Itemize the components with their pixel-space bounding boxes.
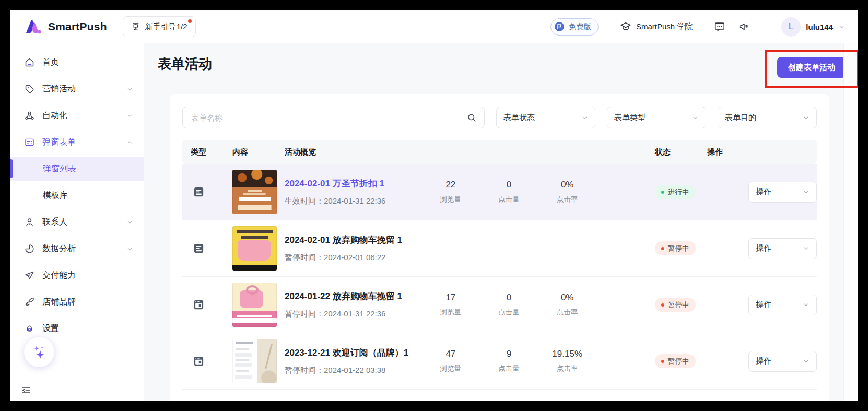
campaign-stats: 47 浏览量 9 点击量 19.15% 点击率 <box>421 349 596 373</box>
chevron-down-icon <box>803 358 810 365</box>
user-menu[interactable]: L lulu144 <box>781 17 845 37</box>
scrollbar[interactable] <box>843 43 858 401</box>
academy-link[interactable]: SmartPush 学院 <box>620 21 693 32</box>
embed-type-icon <box>191 299 232 311</box>
sidebar-nav: 首页营销活动自动化弹窗表单弹窗列表模板库联系人数据分析交付能力店铺品牌设置 <box>10 50 144 340</box>
form-type-select[interactable]: 表单类型 <box>607 107 706 128</box>
filter-bar: 表单状态 表单类型 表单目的 <box>182 107 817 128</box>
chevron-down-icon <box>692 114 699 121</box>
ai-assistant-button[interactable] <box>24 337 54 367</box>
content-card: 表单状态 表单类型 表单目的 类型 内容 活动概览 状态 操作 <box>170 94 829 401</box>
stat-ctr: 19.15% 点击率 <box>538 349 596 373</box>
col-overview: 活动概览 <box>285 147 655 157</box>
col-action: 操作 <box>707 147 817 157</box>
stat-clicks: 0 点击量 <box>480 180 538 204</box>
sidebar-item-popup-forms[interactable]: 弹窗表单 <box>10 130 144 154</box>
search-box[interactable] <box>182 107 485 128</box>
stat-clicks: 0 点击量 <box>480 292 538 317</box>
top-header: SmartPush 新手引导1/2 免费版 <box>10 10 858 43</box>
brand-name: SmartPush <box>48 20 107 33</box>
chevron-down-icon <box>803 245 810 252</box>
sidebar-item-settings[interactable]: 设置 <box>10 316 144 340</box>
send-icon <box>24 270 35 281</box>
campaign-thumbnail[interactable] <box>232 283 277 327</box>
chevron-down-icon <box>803 189 810 195</box>
action-cell: 操作 <box>707 351 817 372</box>
status-cell: 暂停中 <box>655 298 707 312</box>
chevron-down-icon <box>126 219 133 226</box>
sidebar-footer <box>10 379 144 401</box>
chart-icon <box>24 243 35 254</box>
graduation-cap-icon <box>620 21 631 32</box>
app-window: SmartPush 新手引导1/2 免费版 <box>10 10 858 401</box>
tag-icon <box>24 84 35 95</box>
sidebar-item-template-library[interactable]: 模板库 <box>10 183 144 207</box>
collapse-sidebar-icon[interactable] <box>21 385 31 395</box>
smartpush-logo-icon <box>24 19 43 34</box>
campaign-time: 生效时间：2024-01-31 22:36 <box>285 196 413 206</box>
chevron-down-icon <box>126 245 133 252</box>
announcement-icon[interactable] <box>738 21 749 32</box>
campaign-time: 暂停时间：2024-01-22 03:38 <box>285 366 413 375</box>
message-icon[interactable] <box>714 21 725 32</box>
chevron-up-icon <box>126 139 133 146</box>
chevron-down-icon <box>838 24 845 30</box>
action-dropdown-button[interactable]: 操作 <box>748 182 817 203</box>
guide-icon <box>131 22 140 31</box>
stat-ctr: 0% 点击率 <box>538 292 596 317</box>
user-name: lulu144 <box>806 22 833 31</box>
form-purpose-select[interactable]: 表单目的 <box>718 107 817 128</box>
search-icon <box>467 113 477 123</box>
table-body: 2024-02-01 万圣节折扣 1 生效时间：2024-01-31 22:36… <box>182 164 817 390</box>
stat-views: 47 浏览量 <box>421 349 480 373</box>
campaign-thumbnail[interactable] <box>232 339 277 383</box>
home-icon <box>24 57 35 68</box>
campaign-thumbnail[interactable] <box>232 170 277 214</box>
plan-badge[interactable]: 免费版 <box>550 18 599 36</box>
campaign-title-link[interactable]: 2024-01-22 放弃购物车挽留 1 <box>285 290 413 302</box>
chevron-down-icon <box>581 114 588 121</box>
overview-cell: 2023-12-21 欢迎订阅（品牌）1 暂停时间：2024-01-22 03:… <box>285 347 655 375</box>
sidebar-item-contacts[interactable]: 联系人 <box>10 210 144 234</box>
overview-cell: 2024-02-01 放弃购物车挽留 1 暂停时间：2024-02-01 06:… <box>285 234 655 263</box>
sidebar-item-automation[interactable]: 自动化 <box>10 103 144 127</box>
action-cell: 操作 <box>707 238 817 259</box>
status-cell: 进行中 <box>655 185 707 199</box>
main-content: 表单活动 创建表单活动 表单状态 表单类型 <box>144 43 858 401</box>
plan-flag-icon <box>554 21 565 32</box>
sidebar-item-home[interactable]: 首页 <box>10 50 144 74</box>
campaign-title-link[interactable]: 2024-02-01 万圣节折扣 1 <box>285 178 413 190</box>
gear-icon <box>24 323 35 334</box>
embed-type-icon <box>191 355 232 367</box>
table-row: 2024-01-22 放弃购物车挽留 1 暂停时间：2024-01-31 22:… <box>182 277 817 333</box>
col-content: 内容 <box>232 147 285 157</box>
col-type: 类型 <box>191 147 232 157</box>
table-header: 类型 内容 活动概览 状态 操作 <box>182 140 817 164</box>
status-badge: 暂停中 <box>655 298 696 312</box>
action-cell: 操作 <box>707 295 817 315</box>
campaign-title-link[interactable]: 2023-12-21 欢迎订阅（品牌）1 <box>285 347 413 359</box>
sidebar-item-deliverability[interactable]: 交付能力 <box>10 263 144 287</box>
sidebar-item-marketing[interactable]: 营销活动 <box>10 77 144 101</box>
status-cell: 暂停中 <box>655 354 707 368</box>
action-dropdown-button[interactable]: 操作 <box>748 238 817 259</box>
form-status-select[interactable]: 表单状态 <box>496 107 595 128</box>
create-form-campaign-button[interactable]: 创建表单活动 <box>777 57 846 78</box>
divider <box>703 20 703 33</box>
table-row: 2023-12-21 欢迎订阅（品牌）1 暂停时间：2024-01-22 03:… <box>182 333 817 390</box>
newbie-guide-button[interactable]: 新手引导1/2 <box>123 16 196 37</box>
campaign-title-link[interactable]: 2024-02-01 放弃购物车挽留 1 <box>285 234 413 246</box>
notification-dot <box>188 19 192 23</box>
sidebar-item-analytics[interactable]: 数据分析 <box>10 237 144 261</box>
table-row: 2024-02-01 放弃购物车挽留 1 暂停时间：2024-02-01 06:… <box>182 220 817 277</box>
status-badge: 暂停中 <box>655 354 696 368</box>
sidebar-item-store-brand[interactable]: 店铺品牌 <box>10 290 144 314</box>
sidebar: 首页营销活动自动化弹窗表单弹窗列表模板库联系人数据分析交付能力店铺品牌设置 <box>10 43 144 401</box>
stat-views: 17 浏览量 <box>421 292 480 317</box>
action-dropdown-button[interactable]: 操作 <box>748 295 817 315</box>
chevron-down-icon <box>126 86 133 92</box>
form-name-input[interactable] <box>190 113 467 123</box>
action-dropdown-button[interactable]: 操作 <box>748 351 817 372</box>
campaign-thumbnail[interactable] <box>232 226 277 271</box>
sidebar-item-popup-list[interactable]: 弹窗列表 <box>10 157 144 181</box>
